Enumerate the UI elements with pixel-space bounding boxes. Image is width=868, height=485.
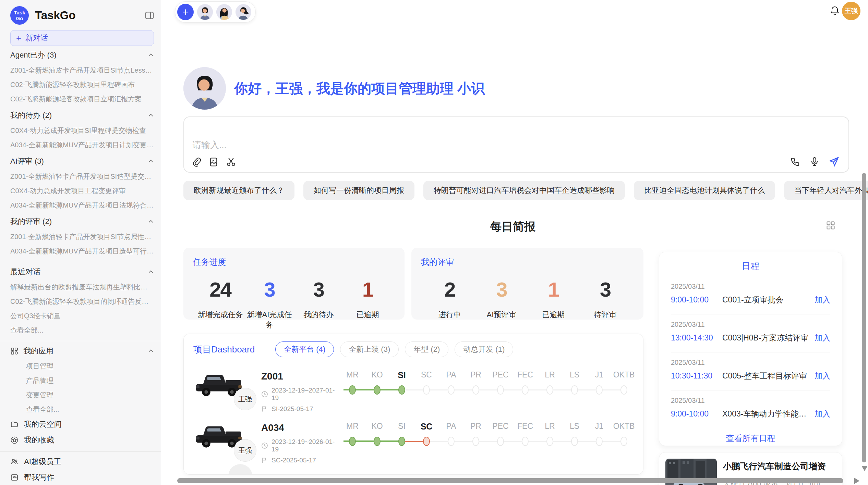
- event-time: 10:30-11:30: [671, 371, 722, 381]
- sidebar-conversation-item[interactable]: C0X4-动力总成开发项目工程变更评审: [10, 184, 154, 198]
- sidebar-conversation-item[interactable]: C0X4-动力总成开发项目SI里程碑提交物检查: [10, 123, 154, 138]
- milestone-ko: KO: [365, 370, 389, 405]
- sidebar-conversation-item[interactable]: Z001-全新燃油轻卡产品开发项目SI造型提交物评审: [10, 169, 154, 184]
- dashboard-tab[interactable]: 全新上装 (3): [340, 341, 399, 357]
- suggestion-chip[interactable]: 特朗普可能对进口汽车增税会对中国车企造成哪些影响: [423, 181, 625, 200]
- sidebar-item-star-badge[interactable]: 我的收藏: [10, 432, 154, 448]
- milestone-dot[interactable]: [398, 385, 405, 395]
- assistant-avatar-2[interactable]: [216, 4, 232, 20]
- milestone-dot[interactable]: [448, 437, 455, 446]
- milestone-dot[interactable]: [374, 437, 381, 446]
- suggestion-chip[interactable]: 欧洲新规最近颁布了什么？: [183, 181, 294, 200]
- chat-composer[interactable]: [183, 116, 849, 173]
- sidebar-section-header[interactable]: Agent已办 (3): [10, 47, 154, 63]
- sidebar-item-people[interactable]: AI超级员工: [10, 454, 154, 470]
- vertical-scrollbar-thumb[interactable]: [862, 173, 866, 462]
- next-row-peek: [228, 464, 252, 475]
- microphone-icon[interactable]: [809, 157, 820, 167]
- sidebar-conversation-item[interactable]: A034-全新新能源MUV产品开发项目造型可行性评审: [10, 244, 154, 258]
- sidebar-conversation-item[interactable]: C02-飞腾新能源轻客改款项目里程碑画布: [10, 77, 154, 92]
- milestone-dot[interactable]: [546, 385, 553, 395]
- send-icon[interactable]: [829, 156, 840, 167]
- suggestion-chip[interactable]: 比亚迪全固态电池计划具体说了什么: [634, 181, 775, 200]
- horizontal-scrollbar-thumb[interactable]: [177, 478, 843, 483]
- stat-value: 3: [579, 278, 631, 301]
- sidebar-app-item[interactable]: 变更管理: [10, 388, 154, 402]
- sidebar-section-header[interactable]: 最近对话: [10, 264, 154, 280]
- milestone-label: SC: [414, 370, 439, 380]
- milestone-dot[interactable]: [620, 385, 627, 395]
- add-assistant-button[interactable]: +: [177, 4, 194, 20]
- milestone-dot[interactable]: [497, 437, 504, 446]
- scroll-right-arrow[interactable]: [854, 478, 859, 484]
- milestone-timeline: MRKOSISCPAPRPECFECLRLSJ1OKTB: [340, 370, 636, 405]
- milestone-dot[interactable]: [448, 385, 455, 395]
- project-code[interactable]: A034: [261, 422, 338, 433]
- new-chat-button[interactable]: + 新对话: [10, 30, 154, 46]
- sidebar-apps-view-all[interactable]: 查看全部...: [10, 402, 154, 416]
- milestone-dot[interactable]: [546, 437, 553, 446]
- assistant-avatar-3[interactable]: [236, 4, 251, 20]
- sidebar-section-header[interactable]: 我的待办 (2): [10, 108, 154, 123]
- join-button[interactable]: 加入: [815, 333, 830, 343]
- sidebar-app-item[interactable]: 产品管理: [10, 373, 154, 388]
- dashboard-tab[interactable]: 年型 (2): [405, 341, 448, 357]
- user-avatar[interactable]: 王强: [842, 2, 860, 20]
- milestone-dot[interactable]: [571, 385, 578, 395]
- milestone-dot[interactable]: [596, 385, 603, 395]
- milestone-dot[interactable]: [571, 437, 578, 446]
- phone-icon[interactable]: [790, 157, 800, 167]
- sidebar-conversation-item[interactable]: C02-飞腾新能源轻客改款项目的闭环通告反馈情况: [10, 294, 154, 309]
- milestone-dot[interactable]: [472, 385, 479, 395]
- sidebar-collapse-icon[interactable]: [145, 11, 154, 20]
- milestone-label: LS: [562, 370, 587, 380]
- project-code[interactable]: Z001: [261, 371, 338, 382]
- milestone-dot[interactable]: [472, 437, 479, 446]
- milestone-dot[interactable]: [596, 437, 603, 446]
- sidebar-item-write[interactable]: 帮我写作: [10, 470, 154, 485]
- chat-input[interactable]: [192, 138, 759, 152]
- milestone-dot[interactable]: [374, 385, 381, 395]
- image-icon[interactable]: [209, 157, 218, 167]
- milestone-dot[interactable]: [398, 437, 405, 446]
- sidebar-conversation-item[interactable]: 解释最新出台的欧盟报废车法规再生塑料比例被调至15%...: [10, 280, 154, 294]
- sidebar-conversation-item[interactable]: Z001-全新燃油轻卡产品开发项目SI节点属性5D文件评审: [10, 229, 154, 244]
- scissors-icon[interactable]: [226, 157, 236, 167]
- milestone-dot[interactable]: [522, 437, 529, 446]
- dashboard-tab[interactable]: 全新平台 (4): [275, 341, 334, 357]
- sidebar-conversation-item[interactable]: Z001-全新燃油皮卡产品开发项目SI节点Lesson Learn报告: [10, 63, 154, 77]
- milestone-dot[interactable]: [522, 385, 529, 395]
- assistant-avatar-1[interactable]: [197, 4, 213, 20]
- sidebar-item-cloud-folder[interactable]: 我的云空间: [10, 416, 154, 432]
- scroll-down-arrow[interactable]: [861, 466, 868, 471]
- sidebar-conversation-item[interactable]: 公司Q3轻卡销量: [10, 309, 154, 323]
- milestone-dot[interactable]: [423, 437, 430, 446]
- sidebar-conversation-item[interactable]: C02-飞腾新能源轻客改款项目立项汇报方案: [10, 92, 154, 106]
- milestone-dot[interactable]: [620, 437, 627, 446]
- milestone-dot[interactable]: [497, 385, 504, 395]
- sidebar-section-header[interactable]: 我的评审 (2): [10, 214, 154, 229]
- plus-icon: +: [16, 34, 21, 42]
- join-button[interactable]: 加入: [815, 371, 830, 381]
- join-button[interactable]: 加入: [815, 409, 830, 419]
- notification-bell-icon[interactable]: [830, 5, 840, 16]
- sidebar-app-item[interactable]: 项目管理: [10, 359, 154, 373]
- sidebar-conversation-item[interactable]: A034-全新新能源MUV产品开发项目法规符合性评审: [10, 198, 154, 212]
- milestone-dot[interactable]: [349, 437, 356, 446]
- milestone-dot[interactable]: [423, 385, 430, 395]
- sidebar-section-my-apps[interactable]: 我的应用: [10, 343, 154, 359]
- paperclip-icon[interactable]: [192, 157, 201, 167]
- sidebar: Task Go TaskGo + 新对话 Agent已办 (3)Z001-全新燃…: [0, 0, 161, 485]
- layout-grid-icon[interactable]: [826, 221, 835, 230]
- dashboard-tab[interactable]: 动总开发 (1): [455, 341, 513, 357]
- suggestion-chip[interactable]: 当下年轻人对汽车外观有怎样的喜好趋势: [784, 181, 868, 200]
- view-all-schedule-link[interactable]: 查看所有日程: [671, 433, 830, 444]
- suggestion-chip[interactable]: 如何写一份清晰的项目周报: [303, 181, 414, 200]
- milestone-fec: FEC: [513, 422, 538, 456]
- milestone-dot[interactable]: [349, 385, 356, 395]
- sidebar-conversation-item[interactable]: A034-全新新能源MUV产品开发项目计划变更表编写: [10, 138, 154, 152]
- sidebar-section-header[interactable]: AI评审 (3): [10, 153, 154, 169]
- join-button[interactable]: 加入: [815, 295, 830, 305]
- sidebar-view-all[interactable]: 查看全部...: [10, 323, 154, 337]
- assistant-avatar-large: [183, 67, 226, 110]
